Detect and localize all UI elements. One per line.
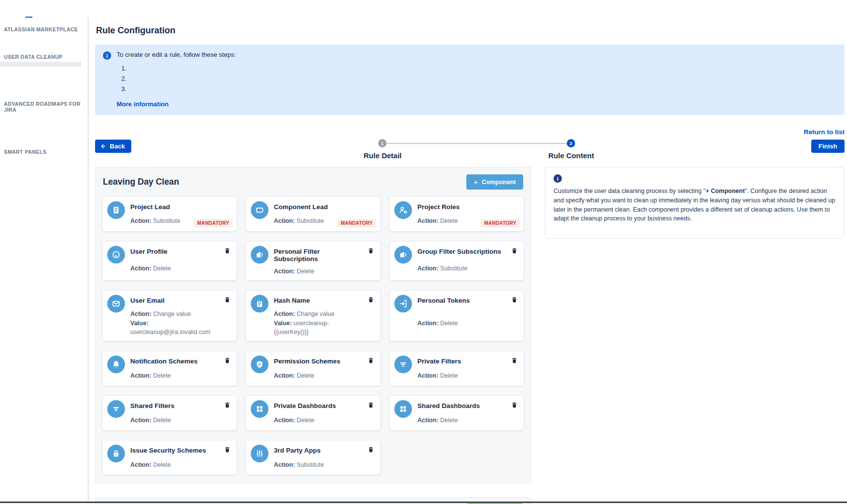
- trash-icon[interactable]: [223, 445, 232, 455]
- action-value: Delete: [440, 320, 458, 327]
- component-card: User Profile Action: Delete: [102, 241, 237, 281]
- action-value: Delete: [153, 461, 171, 468]
- action-value: Delete: [440, 217, 458, 224]
- sidebar-section-items: [0, 115, 88, 139]
- wizard-row: Back Return to list Finish 1 2 Rule Deta…: [95, 123, 845, 163]
- card-meta: Action: Delete: [417, 416, 505, 425]
- sidebar-item[interactable]: [0, 34, 88, 39]
- nav-item[interactable]: [32, 0, 39, 18]
- sidebar-item[interactable]: [0, 134, 88, 139]
- action-value: Delete: [440, 372, 458, 379]
- more-information-link[interactable]: More information: [117, 100, 169, 108]
- nav-item[interactable]: [46, 0, 53, 18]
- nav-item[interactable]: [5, 0, 12, 18]
- trash-icon[interactable]: [366, 246, 375, 256]
- sidebar-item[interactable]: [0, 72, 88, 76]
- action-label: Action:: [274, 217, 295, 224]
- trash-icon[interactable]: [366, 356, 375, 366]
- component-card: Personal Tokens Action: Delete: [389, 290, 524, 341]
- sliders-icon: [251, 445, 268, 462]
- action-value: Delete: [440, 417, 458, 424]
- add-component-button-leaving[interactable]: + Component: [466, 174, 523, 190]
- sidebar-item[interactable]: [0, 120, 88, 124]
- component-card: Project Roles Action: Delete MANDATORY: [389, 196, 524, 232]
- sidebar-item[interactable]: [0, 39, 88, 44]
- action-label: Action:: [274, 372, 295, 379]
- dashboard-icon: [251, 400, 268, 418]
- nav-item[interactable]: [53, 0, 60, 18]
- nav-item[interactable]: [25, 0, 32, 18]
- bell-icon: [107, 356, 125, 373]
- megaphone-icon: [394, 246, 412, 264]
- trash-icon[interactable]: [510, 356, 519, 366]
- trash-icon[interactable]: [510, 246, 519, 256]
- card-meta: Action: Delete: [130, 371, 218, 381]
- back-arrow-icon: [100, 143, 106, 149]
- sidebar-item[interactable]: [0, 62, 81, 67]
- card-title: Private Dashboards: [274, 400, 361, 409]
- component-icon: [251, 201, 268, 219]
- sidebar-item[interactable]: [0, 124, 88, 129]
- card-value-line: Value: usercleanup@jira.invalid.com: [130, 319, 218, 337]
- action-value: Delete: [153, 372, 171, 379]
- sidebar-section: ADVANCED ROADMAPS FOR JIRA: [0, 98, 88, 139]
- nav-item[interactable]: [19, 0, 25, 18]
- action-label: Action:: [417, 417, 438, 424]
- card-title: Shared Filters: [130, 400, 218, 409]
- action-value: Delete: [297, 268, 315, 275]
- card-title: Group Filter Subscriptions: [417, 246, 505, 255]
- filter-icon: [394, 356, 412, 373]
- step-2-indicator[interactable]: 2: [567, 139, 575, 147]
- action-value: Delete: [297, 372, 315, 379]
- action-label: Action:: [274, 268, 295, 275]
- action-label: Action:: [417, 217, 438, 224]
- sidebar-item[interactable]: [0, 115, 88, 120]
- rule-content-text-bold: + Component: [705, 188, 745, 194]
- sidebar-section-header: ADVANCED ROADMAPS FOR JIRA: [0, 98, 88, 115]
- return-to-list-link[interactable]: Return to list: [804, 128, 845, 136]
- sidebar-item[interactable]: [0, 76, 88, 81]
- bottom-divider: [0, 502, 847, 503]
- component-card: Permission Schemes Action: Delete: [245, 351, 381, 386]
- step-1-indicator[interactable]: 1: [378, 139, 387, 147]
- sidebar-item[interactable]: [0, 157, 88, 162]
- sidebar-item[interactable]: [0, 176, 88, 181]
- finish-button[interactable]: Finish: [811, 140, 845, 153]
- component-card: Shared Filters Action: Delete: [102, 395, 237, 431]
- card-title: Personal Filter Subscriptions: [274, 246, 361, 263]
- megaphone-icon: [251, 246, 268, 264]
- trash-icon[interactable]: [223, 400, 232, 410]
- banner-step: [128, 84, 236, 94]
- component-card: Personal Filter Subscriptions Action: De…: [245, 241, 381, 281]
- banner-steps: [117, 63, 236, 94]
- trash-icon[interactable]: [366, 295, 375, 305]
- back-button[interactable]: Back: [95, 140, 131, 153]
- trash-icon[interactable]: [366, 400, 375, 410]
- card-meta: Action: Delete: [274, 267, 361, 276]
- user-face-icon: [107, 246, 125, 264]
- sidebar-item[interactable]: [0, 86, 88, 91]
- card-meta: Action: Delete: [274, 371, 361, 381]
- trash-icon[interactable]: [510, 400, 519, 410]
- card-title: Private Filters: [417, 356, 505, 365]
- trash-icon[interactable]: [223, 246, 232, 256]
- sidebar-item[interactable]: [0, 162, 88, 167]
- trash-icon[interactable]: [223, 356, 232, 366]
- card-title: User Profile: [130, 246, 218, 255]
- trash-icon[interactable]: [510, 295, 519, 305]
- sidebar-item[interactable]: [0, 171, 88, 176]
- sidebar-item[interactable]: [0, 81, 88, 86]
- card-action-line: Action: Delete: [274, 371, 361, 381]
- value-label: Value:: [274, 320, 292, 327]
- action-value: Substitute: [297, 217, 324, 224]
- action-value: Change value: [153, 311, 191, 317]
- sidebar-item[interactable]: [0, 167, 88, 171]
- sidebar-item[interactable]: [0, 129, 88, 134]
- trash-icon[interactable]: [366, 445, 375, 455]
- trash-icon[interactable]: [223, 295, 232, 305]
- nav-item[interactable]: [12, 0, 19, 18]
- sidebar-item[interactable]: [0, 67, 88, 72]
- nav-item[interactable]: [39, 0, 46, 18]
- content-columns: Leaving Day Clean + Component Project Le…: [95, 167, 845, 483]
- back-button-label: Back: [110, 143, 125, 150]
